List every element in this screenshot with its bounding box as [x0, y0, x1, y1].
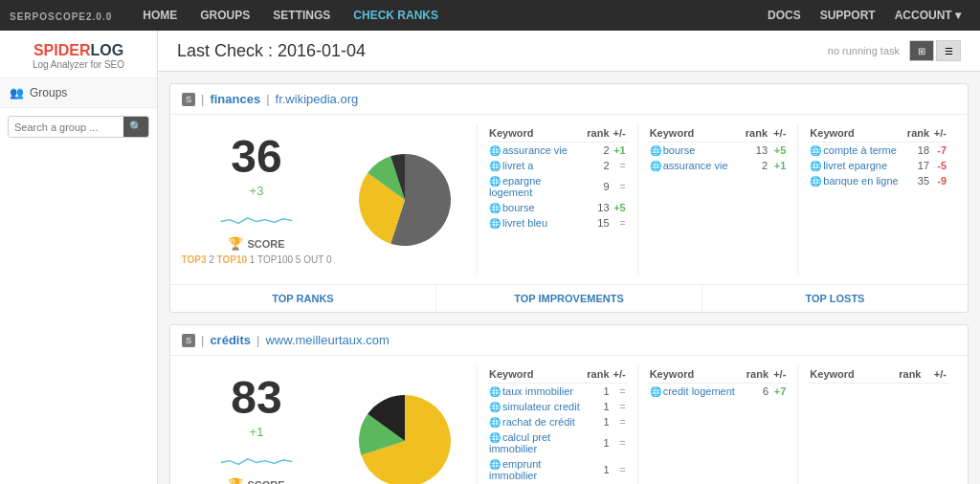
search-input[interactable] [9, 118, 123, 137]
list-view-button[interactable]: ☰ [936, 40, 961, 61]
rank-header: rank [585, 365, 611, 384]
delta-value: = [612, 414, 628, 429]
rank-value: 18 [904, 143, 931, 159]
sidebar: SPIDERLOG Log Analyzer for SEO 👥 Groups … [0, 31, 158, 484]
score-label: 🏆 SCORE [228, 236, 284, 251]
delta-header3: +/- [931, 124, 948, 143]
table-row: 🌐compte à terme 18 -7 [808, 143, 948, 159]
table-row: 🌐assurance vie 2 +1 [487, 143, 628, 159]
users-icon: 👥 [10, 86, 24, 99]
pie-chart [343, 365, 467, 484]
keyword-link[interactable]: banque en ligne [823, 175, 898, 187]
search-button[interactable]: 🔍 [123, 117, 148, 137]
score-section: 36 +3 🏆 SCORE TOP3 2 TOP10 1 TOP100 5 OU… [180, 124, 333, 275]
delta-header2: +/- [769, 124, 788, 143]
globe-icon: 🌐 [810, 176, 821, 187]
site-header: S | finances | fr.wikipedia.org [170, 84, 968, 115]
delta-value: +1 [769, 158, 788, 173]
brand-logo: SERPOSCOPE2.0.0 [10, 8, 112, 23]
rank-value: 15 [585, 215, 611, 231]
score-number: 36 [231, 134, 281, 180]
keyword-link[interactable]: taux immobilier [502, 385, 573, 397]
delta-value: = [612, 158, 628, 173]
keyword-link[interactable]: livret a [502, 160, 533, 171]
score-delta: +3 [250, 184, 264, 198]
keyword-link[interactable]: livret bleu [502, 217, 547, 229]
rank-value: 2 [740, 158, 769, 173]
nav-account[interactable]: ACCOUNT ▾ [885, 0, 970, 31]
site-body: 36 +3 🏆 SCORE TOP3 2 TOP10 1 TOP100 5 OU… [170, 115, 968, 284]
site-name[interactable]: crédits [210, 333, 251, 347]
nav-settings[interactable]: SETTINGS [261, 0, 342, 31]
pie-chart [343, 124, 467, 275]
delta-value: -9 [931, 173, 948, 188]
globe-icon: 🌐 [489, 459, 501, 470]
site-url[interactable]: www.meilleurtaux.com [265, 333, 389, 347]
table-row: 🌐emprunt immobilier 1 = [487, 456, 628, 483]
keyword-link[interactable]: bourse [502, 202, 535, 213]
top-losts-link[interactable]: TOP LOSTS [702, 285, 968, 312]
grid-view-button[interactable]: ⊞ [909, 40, 934, 61]
keyword-link[interactable]: assurance vie [663, 160, 728, 171]
keyword-link[interactable]: bourse [663, 144, 696, 156]
rank-value: 1 [585, 399, 611, 414]
table-row: 🌐bourse 13 +5 [487, 200, 628, 215]
nav-support[interactable]: SUPPORT [811, 0, 885, 31]
kw-col-improvements: Keyword rank +/- 🌐bourse 13 +5 🌐assuranc… [637, 124, 798, 275]
delta-header: +/- [612, 365, 628, 384]
nav-home[interactable]: HOME [131, 0, 189, 31]
rank-value: 1 [585, 456, 611, 483]
score-stats: TOP3 2 TOP10 1 TOP100 5 OUT 0 [182, 254, 332, 265]
site-favicon: S [182, 334, 195, 347]
delta-value: = [612, 429, 628, 456]
score-number: 83 [231, 375, 281, 421]
content-header: Last Check : 2016-01-04 no running task … [158, 31, 980, 72]
kw-col-improvements: Keyword rank +/- 🌐credit logement 6 +7 [637, 365, 798, 484]
site-url[interactable]: fr.wikipedia.org [276, 92, 359, 106]
separator2: | [266, 92, 269, 106]
table-row: 🌐livret epargne 17 -5 [808, 158, 948, 173]
table-row: 🌐banque en ligne 35 -9 [808, 173, 948, 188]
table-row: 🌐credit logement 6 +7 [648, 384, 789, 400]
top-ranks-link[interactable]: TOP RANKS [170, 285, 435, 312]
table-row: 🌐rachat de crédit 1 = [487, 414, 628, 429]
kw-col-losts: Keyword rank +/- 🌐compte à terme 18 -7 🌐… [797, 124, 958, 275]
top-navigation: SERPOSCOPE2.0.0 HOME GROUPS SETTINGS CHE… [0, 0, 980, 31]
globe-icon: 🌐 [489, 386, 501, 397]
keyword-link[interactable]: assurance vie [502, 144, 568, 156]
page-title: Last Check : 2016-01-04 [177, 41, 366, 61]
sidebar-logo: SPIDERLOG Log Analyzer for SEO [0, 31, 157, 78]
nav-docs[interactable]: DOCS [758, 0, 811, 31]
top-improvements-link[interactable]: TOP IMPROVEMENTS [435, 285, 702, 312]
group-search: 🔍 [8, 116, 149, 138]
score-label: 🏆 SCORE [228, 477, 284, 484]
kw-col-ranks: Keyword rank +/- 🌐taux immobilier 1 = 🌐s… [477, 365, 637, 484]
kw-header3: Keyword [808, 365, 882, 384]
kw-header: Keyword [487, 365, 585, 384]
sites-container: S | finances | fr.wikipedia.org 36 +3 🏆 … [158, 83, 980, 484]
keyword-link[interactable]: compte à terme [823, 144, 896, 156]
nav-check-ranks[interactable]: CHECK RANKS [342, 0, 450, 31]
nav-links: HOME GROUPS SETTINGS CHECK RANKS [131, 0, 758, 31]
site-name[interactable]: finances [210, 92, 260, 106]
keyword-link[interactable]: credit logement [663, 385, 735, 397]
globe-icon: 🌐 [650, 145, 661, 156]
delta-value: +1 [612, 143, 628, 159]
logo-log: LOG [90, 42, 123, 58]
table-row: 🌐assurance vie 2 +1 [648, 158, 789, 173]
keyword-link[interactable]: simulateur credit [502, 401, 580, 412]
keyword-columns: Keyword rank +/- 🌐taux immobilier 1 = 🌐s… [477, 365, 958, 484]
delta-header2: +/- [770, 365, 788, 384]
ranks-table: Keyword rank +/- 🌐taux immobilier 1 = 🌐s… [487, 365, 628, 483]
rank-value: 9 [585, 173, 611, 200]
groups-button[interactable]: 👥 Groups [0, 78, 157, 108]
rank-header2: rank [740, 124, 769, 143]
nav-groups[interactable]: GROUPS [189, 0, 261, 31]
improvements-table: Keyword rank +/- 🌐credit logement 6 +7 [648, 365, 789, 399]
keyword-link[interactable]: livret epargne [823, 160, 887, 171]
keyword-link[interactable]: rachat de crédit [502, 416, 575, 428]
delta-value: = [612, 215, 628, 231]
rank-value: 13 [585, 200, 611, 215]
globe-icon: 🌐 [489, 203, 501, 213]
rank-value: 2 [585, 158, 611, 173]
